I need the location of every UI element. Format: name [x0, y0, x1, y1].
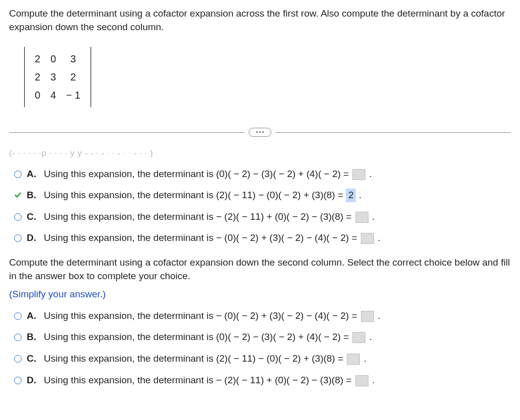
checkmark-icon[interactable]: [14, 191, 22, 199]
radio-icon[interactable]: [14, 333, 22, 341]
answer-input[interactable]: [347, 354, 360, 365]
matrix-cell: 4: [45, 86, 61, 104]
ellipsis-icon: [262, 131, 264, 133]
choice-text: Using this expansion, the determinant is…: [44, 210, 511, 224]
simplify-note: (Simplify your answer.): [9, 288, 511, 301]
matrix-cell: 2: [30, 50, 45, 68]
matrix-cell: 2: [30, 68, 45, 86]
answer-input[interactable]: 2: [346, 189, 356, 202]
radio-icon[interactable]: [14, 355, 22, 363]
choice-expression: Using this expansion, the determinant is…: [44, 353, 346, 364]
question-prompt: Compute the determinant using a cofactor…: [9, 7, 511, 34]
choice-label: B.: [27, 330, 39, 344]
part2-prompt: Compute the determinant using a cofactor…: [9, 256, 511, 283]
answer-input[interactable]: [352, 332, 365, 343]
radio-icon[interactable]: [14, 213, 22, 221]
choice-label: B.: [27, 189, 39, 202]
matrix-cell: 3: [61, 50, 85, 68]
divider-line: [9, 132, 245, 133]
answer-input[interactable]: [352, 169, 365, 180]
choice-label: D.: [27, 231, 39, 245]
choice-a[interactable]: A. Using this expansion, the determinant…: [14, 309, 511, 323]
clipped-text: (- · · · · ·p · · · · y y - - · - · · - …: [9, 147, 511, 159]
choice-expression: Using this expansion, the determinant is…: [44, 375, 354, 385]
choice-expression: Using this expansion, the determinant is…: [44, 232, 360, 243]
choice-d[interactable]: D. Using this expansion, the determinant…: [14, 374, 511, 387]
answer-input[interactable]: [361, 311, 374, 322]
matrix-cell: − 1: [61, 86, 85, 104]
matrix-cell: 2: [61, 68, 85, 86]
choice-label: A.: [27, 167, 39, 181]
radio-icon[interactable]: [14, 377, 22, 384]
choice-d[interactable]: D. Using this expansion, the determinant…: [14, 231, 511, 245]
choice-label: C.: [27, 210, 39, 224]
answer-input[interactable]: [355, 375, 368, 386]
ellipsis-icon: [259, 131, 261, 133]
choice-label: D.: [27, 374, 39, 387]
choice-label: A.: [27, 309, 39, 323]
choice-b[interactable]: B. Using this expansion, the determinant…: [14, 189, 511, 202]
answer-input[interactable]: [361, 233, 374, 244]
choice-a[interactable]: A. Using this expansion, the determinant…: [14, 167, 511, 181]
divider-line: [275, 132, 511, 133]
choice-label: C.: [27, 352, 39, 366]
matrix-cell: 0: [45, 50, 61, 68]
choice-c[interactable]: C. Using this expansion, the determinant…: [14, 352, 511, 366]
choice-text: Using this expansion, the determinant is…: [44, 189, 511, 202]
choice-expression: Using this expansion, the determinant is…: [44, 211, 354, 222]
section-divider: [9, 126, 511, 138]
radio-icon[interactable]: [14, 171, 22, 178]
radio-icon[interactable]: [14, 234, 22, 242]
choice-b[interactable]: B. Using this expansion, the determinant…: [14, 330, 511, 344]
choice-text: Using this expansion, the determinant is…: [44, 231, 511, 245]
choice-text: Using this expansion, the determinant is…: [44, 330, 511, 344]
part1-choices: A. Using this expansion, the determinant…: [14, 167, 511, 245]
ellipsis-icon: [256, 131, 258, 133]
matrix-cell: 0: [30, 86, 45, 104]
choice-text: Using this expansion, the determinant is…: [44, 374, 511, 387]
answer-input[interactable]: [355, 212, 368, 223]
matrix-cell: 3: [45, 68, 61, 86]
choice-expression: Using this expansion, the determinant is…: [44, 310, 360, 321]
choice-text: Using this expansion, the determinant is…: [44, 309, 511, 323]
choice-expression: Using this expansion, the determinant is…: [44, 331, 351, 342]
choice-expression: Using this expansion, the determinant is…: [44, 169, 351, 179]
matrix-display: 2 0 3 2 3 2 0 4 − 1: [24, 47, 91, 107]
choice-expression: Using this expansion, the determinant is…: [44, 190, 346, 200]
choice-text: Using this expansion, the determinant is…: [44, 167, 511, 181]
part2-choices: A. Using this expansion, the determinant…: [14, 309, 511, 387]
choice-text: Using this expansion, the determinant is…: [44, 352, 511, 366]
more-button[interactable]: [249, 128, 271, 137]
radio-icon[interactable]: [14, 312, 22, 320]
choice-c[interactable]: C. Using this expansion, the determinant…: [14, 210, 511, 224]
